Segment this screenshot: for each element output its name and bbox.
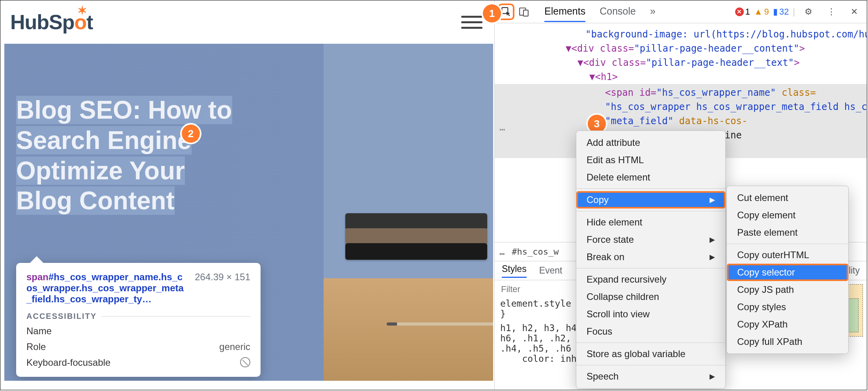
ctx-copy-js-path[interactable]: Copy JS path [727,281,848,298]
webpage-pane: HubSpo✶t Blog SEO: How to Search Engine … [0,0,494,390]
close-icon[interactable]: ✕ [846,4,862,20]
ctx-copy-outerhtml[interactable]: Copy outerHTML [727,246,848,264]
callout-badge-2: 2 [182,125,200,143]
ctx-delete-element[interactable]: Delete element [576,169,725,186]
ctx-expand[interactable]: Expand recursively [576,271,725,288]
chevron-right-icon: ▶ [710,196,715,204]
hero-photo [324,44,493,381]
chevron-right-icon: ▶ [710,372,715,381]
devtools-toolbar: 1 Elements Console » ✕1 ▲9 ▮32 | ⚙ ⋮ ✕ [495,0,867,23]
subtab-event[interactable]: Event [539,265,563,276]
hero-section: Blog SEO: How to Search Engine Optimize … [4,44,493,381]
error-count[interactable]: ✕1 [735,7,750,17]
ctx-copy-full-xpath[interactable]: Copy full XPath [727,333,848,350]
page-header: HubSpo✶t [0,0,494,44]
ctx-copy-element[interactable]: Copy element [727,207,848,224]
hubspot-logo: HubSpo✶t [10,10,93,34]
chevron-right-icon: ▶ [710,235,715,244]
tooltip-selector: span#hs_cos_wrapper_name.hs_cos_wrapper.… [26,272,188,305]
tooltip-row-name: Name [26,326,250,337]
tab-elements[interactable]: Elements [544,2,585,22]
prohibit-icon [240,357,250,367]
ctx-collapse[interactable]: Collapse children [576,288,725,305]
ctx-store-global[interactable]: Store as global variable [576,345,725,363]
ctx-copy-selector[interactable]: Copy selector [727,264,848,281]
ctx-focus[interactable]: Focus [576,323,725,340]
callout-badge-1: 1 [483,4,501,22]
svg-rect-2 [523,10,528,16]
devtools-tabs: Elements Console » [544,2,656,22]
inspect-tooltip: span#hs_cos_wrapper_name.hs_cos_wrapper.… [16,263,261,377]
warning-count[interactable]: ▲9 [754,7,769,17]
info-count[interactable]: ▮32 [773,7,789,17]
ctx-hide-element[interactable]: Hide element [576,214,725,231]
tooltip-dimensions: 264.39 × 151 [195,272,250,305]
tab-console[interactable]: Console [600,2,636,22]
ctx-copy-styles[interactable]: Copy styles [727,298,848,316]
ctx-break-on[interactable]: Break on▶ [576,248,725,266]
device-toolbar-button[interactable] [516,4,532,20]
context-menu[interactable]: Add attribute Edit as HTML Delete elemen… [576,130,726,389]
hero-title: Blog SEO: How to Search Engine Optimize … [16,95,237,216]
ctx-edit-html[interactable]: Edit as HTML [576,151,725,169]
ctx-cut-element[interactable]: Cut element [727,189,848,207]
ctx-force-state[interactable]: Force state▶ [576,231,725,248]
ctx-speech[interactable]: Speech▶ [576,368,725,385]
ctx-scroll-into-view[interactable]: Scroll into view [576,305,725,323]
kebab-menu-icon[interactable]: ⋮ [823,4,839,20]
context-submenu-copy[interactable]: Cut element Copy element Paste element C… [726,186,849,354]
gear-icon[interactable]: ⚙ [801,4,816,20]
ctx-copy-xpath[interactable]: Copy XPath [727,316,848,333]
ctx-add-attribute[interactable]: Add attribute [576,134,725,151]
hamburger-menu-icon[interactable] [461,16,482,29]
ctx-paste-element[interactable]: Paste element [727,224,848,241]
tab-more[interactable]: » [650,2,656,22]
tooltip-row-kbf: Keyboard-focusable [26,357,250,368]
subtab-styles[interactable]: Styles [502,264,527,278]
ctx-copy[interactable]: Copy▶ [576,191,725,209]
tooltip-row-role: Rolegeneric [26,341,250,352]
tooltip-acc-heading: ACCESSIBILITY [26,312,97,321]
chevron-right-icon: ▶ [710,253,715,261]
